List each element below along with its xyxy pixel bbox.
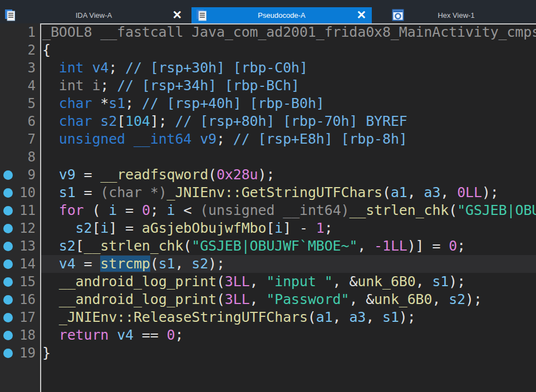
code-token: __readfsqword xyxy=(100,166,208,183)
code-token: , xyxy=(366,309,382,325)
code-line-content[interactable]: _BOOL8 __fastcall Java_com_ad2001_frida0… xyxy=(41,23,536,41)
code-token: == xyxy=(134,327,167,343)
code-line-content[interactable]: __android_log_print(3LL, "input ", &unk_… xyxy=(41,273,536,291)
line-gutter[interactable]: 2 xyxy=(0,41,41,59)
code-token xyxy=(42,238,59,254)
line-gutter[interactable]: 9 xyxy=(0,166,41,184)
line-gutter[interactable]: 3 xyxy=(0,59,41,77)
code-token: _BOOL8 __fastcall Java_com_ad2001_frida0… xyxy=(42,24,536,40)
code-line-content[interactable]: _JNIEnv::ReleaseStringUTFChars(a1, a3, s… xyxy=(41,308,536,326)
code-token: _JNIEnv::ReleaseStringUTFChars xyxy=(59,309,308,325)
breakpoint-dot-icon[interactable] xyxy=(3,313,13,322)
code-token: // [rsp+40h] [rbp-B0h] xyxy=(142,95,324,111)
line-gutter[interactable]: 7 xyxy=(0,130,41,148)
code-line-content[interactable]: s2[i] = aGsjebObujwfMbo[i] - 1; xyxy=(41,219,536,237)
code-token: __android_log_print xyxy=(59,273,217,290)
code-token: [ xyxy=(117,113,125,129)
code-line-content[interactable]: s1 = (char *)_JNIEnv::GetStringUTFChars(… xyxy=(41,184,536,202)
code-line-content[interactable]: char *s1; // [rsp+40h] [rbp-B0h] xyxy=(41,95,536,112)
tab-pseudocode-a[interactable]: Pseudocode-A ✕ xyxy=(191,7,372,23)
code-line-content[interactable]: int i; // [rsp+34h] [rbp-BCh] xyxy=(41,77,536,95)
code-token: 0x28u xyxy=(217,166,258,183)
code-line-content[interactable]: s2[__strlen_chk("GSJEB|OBUJWF`MBOE~", -1… xyxy=(41,237,536,255)
line-gutter[interactable]: 4 xyxy=(0,77,41,95)
code-token: ( xyxy=(84,202,109,218)
breakpoint-dot-icon[interactable] xyxy=(3,206,13,215)
code-line-content[interactable]: } xyxy=(41,344,536,362)
code-token: ); xyxy=(482,184,499,200)
line-gutter[interactable]: 8 xyxy=(0,148,41,166)
code-token: = xyxy=(117,202,142,218)
code-token: ); xyxy=(258,166,274,183)
breakpoint-dot-icon[interactable] xyxy=(3,259,13,269)
line-gutter[interactable]: 10 xyxy=(0,184,41,202)
code-token: ( xyxy=(382,184,391,200)
code-line-content[interactable]: int v4; // [rsp+30h] [rbp-C0h] xyxy=(41,59,536,77)
code-line: 8 xyxy=(0,148,536,166)
code-token xyxy=(42,256,59,272)
line-gutter[interactable]: 11 xyxy=(0,202,41,219)
code-line-content[interactable]: return v4 == 0; xyxy=(41,326,536,344)
code-token: ; xyxy=(109,60,125,76)
code-token: , xyxy=(175,256,191,272)
line-gutter[interactable]: 15 xyxy=(0,273,41,291)
line-gutter[interactable]: 12 xyxy=(0,219,41,237)
code-line-content[interactable]: v4 = strcmp(s1, s2); xyxy=(41,255,536,273)
code-token: a3 xyxy=(424,184,441,200)
code-token: ); xyxy=(208,256,225,272)
tab-hex-view-1[interactable]: Hex View-1 xyxy=(376,7,536,23)
breakpoint-dot-icon[interactable] xyxy=(3,170,13,180)
code-token: ; xyxy=(324,220,333,236)
breakpoint-dot-icon[interactable] xyxy=(3,242,13,251)
code-token: ] - xyxy=(283,220,316,236)
line-gutter[interactable]: 14 xyxy=(0,255,41,273)
code-token xyxy=(42,131,59,147)
code-token: (char *) xyxy=(100,184,166,200)
line-number: 13 xyxy=(19,237,36,255)
code-line-content[interactable]: __android_log_print(3LL, "Password", &un… xyxy=(41,291,536,308)
breakpoint-dot-icon[interactable] xyxy=(3,349,13,358)
line-gutter[interactable]: 13 xyxy=(0,237,41,255)
code-token: // [rsp+34h] [rbp-BCh] xyxy=(117,77,299,94)
tab-ida-view-a[interactable]: IDA View-A ✕ xyxy=(0,7,188,23)
code-line-content[interactable]: for ( i = 0; i < (unsigned __int64)__str… xyxy=(41,202,536,219)
code-token: s1 xyxy=(59,184,76,200)
breakpoint-dot-icon[interactable] xyxy=(3,188,13,198)
code-token: , & xyxy=(349,291,374,307)
code-token: unk_6B0 xyxy=(374,291,432,307)
code-token: , xyxy=(357,238,374,254)
line-gutter[interactable]: 18 xyxy=(0,326,41,344)
line-number: 5 xyxy=(28,95,36,112)
code-token: __android_log_print xyxy=(59,291,217,307)
code-line-content[interactable] xyxy=(41,148,536,166)
code-line-content[interactable]: v9 = __readfsqword(0x28u); xyxy=(41,166,536,184)
line-gutter[interactable]: 17 xyxy=(0,308,41,326)
code-line-content[interactable]: char s2[104]; // [rsp+80h] [rbp-70h] BYR… xyxy=(41,112,536,130)
breakpoint-dot-icon[interactable] xyxy=(3,277,13,287)
code-token xyxy=(42,77,59,94)
code-token xyxy=(42,273,59,290)
code-token: = xyxy=(76,256,101,272)
line-gutter[interactable]: 19 xyxy=(0,344,41,362)
line-number: 15 xyxy=(19,273,36,291)
line-gutter[interactable]: 6 xyxy=(0,112,41,130)
code-token xyxy=(42,202,59,218)
code-line: 16 __android_log_print(3LL, "Password", … xyxy=(0,291,536,308)
selected-token: strcmp xyxy=(100,256,150,272)
code-token: = xyxy=(76,184,101,200)
code-line: 4 int i; // [rsp+34h] [rbp-BCh] xyxy=(0,77,536,95)
line-gutter[interactable]: 5 xyxy=(0,95,41,112)
code-line: 10 s1 = (char *)_JNIEnv::GetStringUTFCha… xyxy=(0,184,536,202)
close-icon[interactable]: ✕ xyxy=(172,7,182,23)
breakpoint-dot-icon[interactable] xyxy=(3,295,13,305)
code-line-content[interactable]: { xyxy=(41,41,536,59)
code-token: ; xyxy=(217,131,233,147)
code-token: ; xyxy=(175,327,183,343)
code-line-content[interactable]: unsigned __int64 v9; // [rsp+E8h] [rbp-8… xyxy=(41,130,536,148)
line-gutter[interactable]: 1 xyxy=(0,23,41,41)
close-icon[interactable]: ✕ xyxy=(356,7,366,23)
line-gutter[interactable]: 16 xyxy=(0,291,41,308)
code-token: i xyxy=(100,220,109,236)
breakpoint-dot-icon[interactable] xyxy=(3,224,13,233)
breakpoint-dot-icon[interactable] xyxy=(3,331,13,340)
